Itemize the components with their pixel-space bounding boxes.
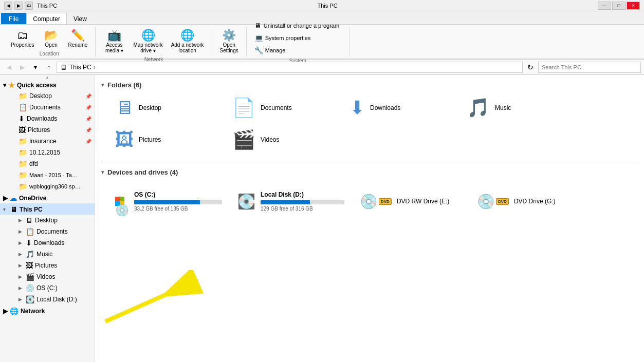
titlebar-quick-access[interactable]: ◀ ▶ 🗂 This PC (4, 2, 57, 10)
local-d-bar-bg (261, 200, 344, 204)
open-settings-button[interactable]: ⚙️ OpenSettings (216, 28, 242, 55)
desktop2-icon: 🖥 (26, 216, 33, 224)
drive-dvd-e[interactable]: 💿 DVD DVD RW Drive (E:) (354, 181, 467, 222)
maximize-button[interactable]: □ (612, 2, 625, 10)
sidebar-this-pc-header[interactable]: ▾ 🖥 This PC (0, 203, 95, 215)
expand-chevron5: ▶ (19, 263, 24, 268)
onedrive-label: OneDrive (19, 195, 46, 202)
search-input[interactable] (538, 62, 641, 73)
minimize-button[interactable]: ─ (598, 2, 611, 10)
folder-downloads[interactable]: ⬇ Downloads (344, 94, 457, 122)
properties-button[interactable]: 🗂 Properties (7, 28, 38, 50)
sidebar-quick-access-header[interactable]: ▾ ★ Quick access (0, 79, 95, 90)
music-folder-big-icon: 🎵 (467, 99, 490, 117)
local-d-free: 129 GB free of 316 GB (261, 206, 344, 212)
sidebar-network-header[interactable]: ▶ 🌐 Network (0, 305, 95, 316)
sidebar-this-pc-downloads[interactable]: ▶ ⬇ Downloads (12, 237, 95, 249)
drives-section-header[interactable]: ▾ Devices and drives (4) (101, 168, 638, 176)
pictures-folder-label: Pictures (139, 136, 161, 143)
folder-pictures[interactable]: 🖼 Pictures (109, 126, 223, 154)
os-c-icon: 💿 (26, 284, 34, 292)
sidebar-this-pc-pictures[interactable]: ▶ 🖼 Pictures (12, 260, 95, 271)
sidebar-onedrive-header[interactable]: ▶ ☁ OneDrive (0, 192, 95, 203)
dropdown-button[interactable]: ▾ (30, 62, 41, 73)
back-button[interactable]: ◀ (3, 62, 14, 73)
up-button[interactable]: ↑ (43, 62, 54, 73)
sidebar-this-pc-documents[interactable]: ▶ 📋 Documents (12, 226, 95, 237)
access-media-label: Accessmedia ▾ (105, 42, 123, 53)
forward-icon[interactable]: ▶ (14, 2, 23, 10)
folder-desktop[interactable]: 🖥 Desktop (109, 94, 223, 122)
sidebar-item-insurance[interactable]: 📁 Insurance 📌 (12, 136, 95, 147)
sidebar-documents-label: Documents (29, 104, 61, 111)
ribbon-group-open-settings: ⚙️ OpenSettings (212, 27, 247, 56)
music-folder-label: Music (495, 104, 511, 111)
sidebar-this-pc-desktop[interactable]: ▶ 🖥 Desktop (12, 215, 95, 226)
folder-videos[interactable]: 🎬 Videos (227, 126, 340, 154)
folder-documents[interactable]: 📄 Documents (227, 94, 340, 122)
pin-icon: 📌 (85, 93, 91, 99)
add-network-label: Add a networklocation (171, 42, 204, 53)
drive-dvd-g[interactable]: 💿 DVD DVD Drive (G:) (471, 181, 584, 222)
open-button[interactable]: 📂 Open (39, 28, 64, 50)
pictures2-icon: 🖼 (26, 261, 33, 270)
uninstall-button[interactable]: 🖥 Uninstall or change a program (251, 20, 345, 31)
sidebar-item-desktop[interactable]: 📁 Desktop 📌 (12, 90, 95, 102)
quick-access-items: 📁 Desktop 📌 📋 Documents 📌 ⬇ Downloads 📌 … (0, 90, 95, 192)
tab-file[interactable]: File (1, 13, 26, 24)
map-drive-label: Map networkdrive ▾ (133, 42, 162, 53)
window-title: This PC (60, 3, 595, 9)
folders-chevron[interactable]: ▾ (101, 82, 104, 88)
pin-icon-2: 📌 (85, 105, 91, 110)
this-pc-videos-label: Videos (36, 273, 55, 280)
os-c-info: OS (C:) 33.2 GB free of 135 GB (134, 191, 222, 212)
documents-folder-label: Documents (261, 104, 292, 111)
onedrive-chevron: ▶ (3, 195, 8, 202)
address-path[interactable]: 🖥 This PC › (57, 62, 523, 73)
custom-toolbar-icon[interactable]: 🗂 (25, 2, 33, 10)
desktop-folder-icon: 📁 (19, 92, 27, 100)
system-properties-button[interactable]: 💻 System properties (251, 32, 345, 44)
access-media-button[interactable]: 📺 Accessmedia ▾ (100, 28, 128, 55)
rename-button[interactable]: ✏️ Rename (65, 28, 91, 50)
sidebar-downloads-label: Downloads (27, 115, 57, 122)
sidebar-item-wpblogging[interactable]: 📁 wpblogging360 speed (12, 181, 95, 192)
location-group-label: Location (40, 51, 59, 56)
add-network-location-button[interactable]: 🌐 Add a networklocation (168, 28, 208, 55)
sidebar-this-pc-videos[interactable]: ▶ 🎬 Videos (12, 271, 95, 282)
sidebar-item-downloads[interactable]: ⬇ Downloads 📌 (12, 113, 95, 124)
desktop-folder-big-icon: 🖥 (115, 99, 134, 117)
refresh-button[interactable]: ↻ (525, 62, 536, 73)
sidebar-this-pc-local-d[interactable]: ▶ 💽 Local Disk (D:) (12, 294, 95, 305)
folders-section-header[interactable]: ▾ Folders (6) (101, 81, 638, 89)
close-button[interactable]: ✕ (627, 2, 640, 10)
this-pc-desktop-label: Desktop (35, 217, 58, 224)
sidebar-pictures-label: Pictures (28, 126, 50, 134)
map-network-drive-button[interactable]: 🌐 Map networkdrive ▾ (130, 28, 166, 55)
sidebar-item-dfd[interactable]: 📁 dfd (12, 158, 95, 169)
drive-local-d[interactable]: 💽 Local Disk (D:) 129 GB free of 316 GB (232, 181, 350, 222)
folder-music[interactable]: 🎵 Music (461, 94, 574, 122)
properties-label: Properties (11, 42, 34, 48)
sidebar-date-label: 10.12.2015 (29, 149, 60, 156)
forward-nav-button[interactable]: ▶ (16, 62, 28, 73)
drive-os-c[interactable]: 💿 OS (C:) 33.2 GB free of 135 GB (109, 181, 228, 222)
drives-section-title: Devices and drives (4) (107, 168, 178, 176)
this-pc-pictures-label: Pictures (35, 262, 57, 269)
local-d-bar-fill (261, 200, 310, 204)
tab-view[interactable]: View (67, 13, 94, 24)
tab-computer[interactable]: Computer (26, 13, 67, 24)
back-icon[interactable]: ◀ (4, 2, 12, 10)
svg-line-1 (105, 280, 198, 321)
sidebar-item-pictures[interactable]: 🖼 Pictures 📌 (12, 124, 95, 136)
sidebar-this-pc-os-c[interactable]: ▶ 💿 OS (C:) (12, 282, 95, 294)
window-controls[interactable]: ─ □ ✕ (598, 2, 640, 10)
sidebar-item-maari[interactable]: 📁 Maari - 2015 - Tamil M (12, 169, 95, 181)
manage-button[interactable]: 🔧 Manage (251, 45, 345, 56)
sidebar-item-documents[interactable]: 📋 Documents 📌 (12, 102, 95, 113)
drives-chevron[interactable]: ▾ (101, 169, 104, 176)
sidebar-this-pc-music[interactable]: ▶ 🎵 Music (12, 249, 95, 260)
expand-chevron8: ▶ (19, 297, 24, 302)
sidebar-item-date[interactable]: 📁 10.12.2015 (12, 147, 95, 158)
documents-folder-icon: 📋 (19, 103, 27, 111)
